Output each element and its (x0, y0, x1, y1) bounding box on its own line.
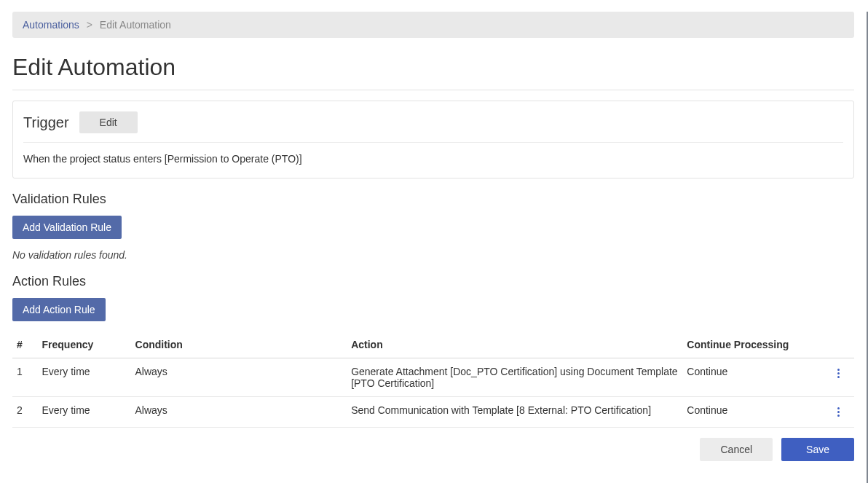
trigger-panel: Trigger Edit When the project status ent… (12, 101, 854, 178)
cell-action: Generate Attachment [Doc_PTO Certificati… (347, 358, 682, 397)
col-header-frequency: Frequency (38, 331, 131, 358)
table-row: 2 Every time Always Send Communication w… (12, 397, 854, 428)
save-button[interactable]: Save (781, 438, 854, 461)
breadcrumb-current: Edit Automation (100, 19, 171, 31)
col-header-action: Action (347, 331, 682, 358)
add-validation-rule-button[interactable]: Add Validation Rule (12, 216, 122, 239)
row-menu-icon[interactable] (835, 366, 843, 381)
action-rules-title: Action Rules (12, 274, 854, 289)
trigger-title: Trigger (23, 114, 69, 131)
cell-condition: Always (131, 397, 347, 428)
col-header-num: # (12, 331, 38, 358)
table-row: 1 Every time Always Generate Attachment … (12, 358, 854, 397)
col-header-menu (830, 331, 854, 358)
cell-num: 2 (12, 397, 38, 428)
add-action-rule-button[interactable]: Add Action Rule (12, 298, 106, 321)
col-header-continue: Continue Processing (682, 331, 830, 358)
breadcrumb: Automations > Edit Automation (12, 12, 854, 38)
row-menu-icon[interactable] (835, 404, 843, 420)
cell-frequency: Every time (38, 358, 131, 397)
cell-action: Send Communication with Template [8 Exte… (347, 397, 682, 428)
cell-continue: Continue (682, 397, 830, 428)
action-rules-table: # Frequency Condition Action Continue Pr… (12, 331, 854, 428)
page-title: Edit Automation (12, 54, 854, 81)
breadcrumb-root-link[interactable]: Automations (23, 19, 79, 31)
footer-actions: Cancel Save (12, 438, 854, 461)
validation-empty-message: No validation rules found. (12, 249, 854, 261)
divider (12, 90, 854, 90)
col-header-condition: Condition (131, 331, 347, 358)
trigger-description: When the project status enters [Permissi… (23, 153, 843, 165)
edit-trigger-button[interactable]: Edit (79, 111, 138, 133)
breadcrumb-separator: > (87, 19, 92, 31)
cell-continue: Continue (682, 358, 830, 397)
cancel-button[interactable]: Cancel (700, 438, 773, 461)
cell-num: 1 (12, 358, 38, 397)
cell-condition: Always (131, 358, 347, 397)
table-header-row: # Frequency Condition Action Continue Pr… (12, 331, 854, 358)
validation-rules-title: Validation Rules (12, 192, 854, 207)
cell-frequency: Every time (38, 397, 131, 428)
